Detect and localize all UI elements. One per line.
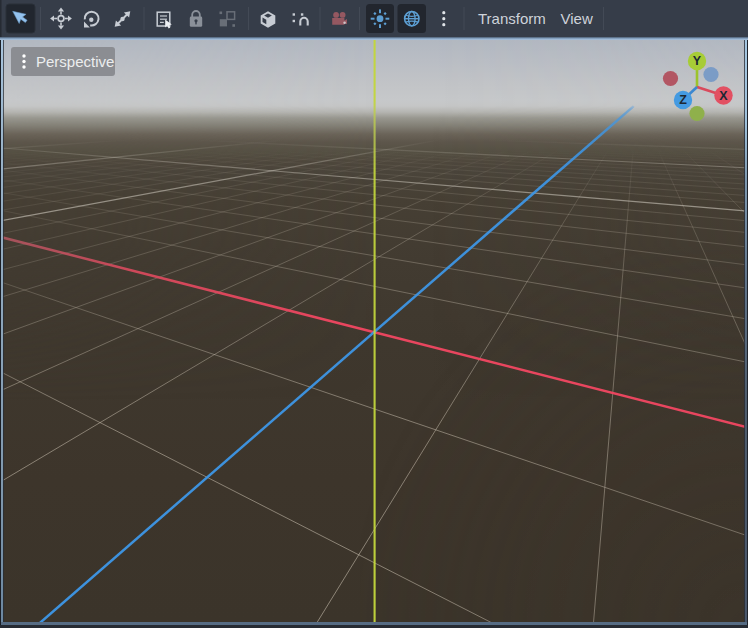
svg-text:View: View [561, 10, 593, 27]
svg-text:Transform: Transform [478, 10, 546, 27]
svg-text:Y: Y [693, 54, 702, 68]
svg-text:Perspective: Perspective [36, 53, 114, 70]
svg-text:X: X [719, 89, 728, 103]
svg-text:Z: Z [679, 93, 687, 107]
